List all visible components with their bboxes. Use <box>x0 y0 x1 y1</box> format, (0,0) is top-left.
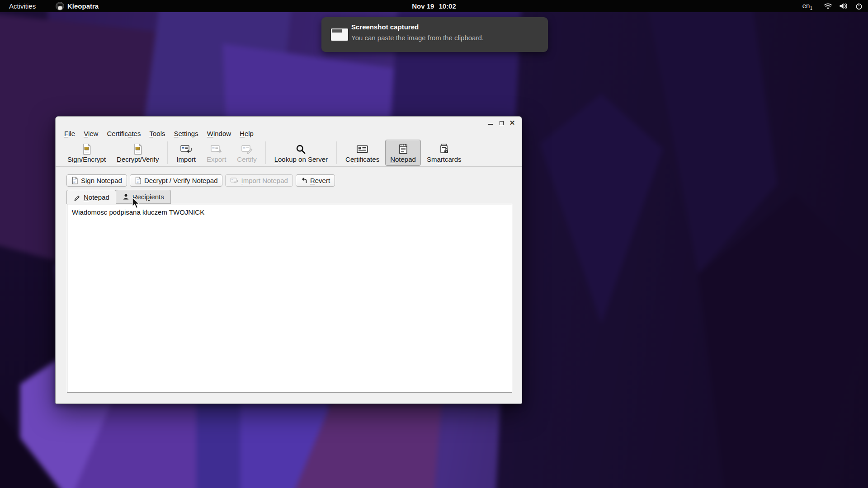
notification-title: Screenshot captured <box>351 23 419 31</box>
menu-file[interactable]: File <box>63 129 76 138</box>
menu-view[interactable]: View <box>83 129 99 138</box>
notepad-actions: Sign Notepad Decrypt / Verify Notepad <box>66 174 335 187</box>
decrypt-verify-notepad-button[interactable]: Decrypt / Verify Notepad <box>130 174 223 187</box>
kleopatra-app-icon <box>56 2 64 10</box>
app-menu-label: Kleopatra <box>67 2 99 10</box>
import-icon <box>230 177 238 184</box>
lookup-on-server-label: Lookup on Server <box>274 156 328 163</box>
export-icon <box>210 143 222 155</box>
clock-button[interactable]: Nov 19 10:02 <box>412 0 456 12</box>
toolbar-import[interactable]: Import <box>171 140 201 166</box>
certificates-label: Certificates <box>345 156 379 163</box>
menu-certificates[interactable]: Certificates <box>106 129 142 138</box>
sign-encrypt-label: Sign/Encrypt <box>67 156 106 163</box>
clock-time: 10:02 <box>439 0 456 12</box>
person-icon <box>123 193 129 200</box>
sign-encrypt-icon <box>81 143 92 155</box>
document-icon <box>71 177 78 184</box>
toolbar-sign-encrypt[interactable]: Sign/Encrypt <box>62 140 111 166</box>
close-button[interactable]: ✕ <box>509 120 515 126</box>
top-bar: Activities Kleopatra Nov 19 10:02 en1 <box>0 0 868 12</box>
activities-button[interactable]: Activities <box>6 0 38 12</box>
revert-button[interactable]: Revert <box>296 174 335 187</box>
menu-tools[interactable]: Tools <box>148 129 166 138</box>
window-controls: ✕ <box>487 119 515 127</box>
tab-notepad-label: Notepad <box>84 193 109 201</box>
certificates-icon <box>356 143 368 155</box>
sign-notepad-label: Sign Notepad <box>81 177 122 184</box>
notepad-tab-bar: Notepad Recipients <box>66 190 171 204</box>
toolbar-certificates[interactable]: Certificates <box>340 140 384 166</box>
decrypt-verify-label: Decrypt/Verify <box>117 156 159 163</box>
notepad-label: Notepad <box>390 156 416 163</box>
document-icon <box>135 177 142 184</box>
import-label: Import <box>176 156 196 163</box>
tab-notepad[interactable]: Notepad <box>66 190 116 204</box>
decrypt-verify-notepad-label: Decrypt / Verify Notepad <box>144 177 218 184</box>
toolbar-certify: Certify <box>232 140 261 166</box>
smartcards-label: Smartcards <box>427 156 462 163</box>
mouse-cursor <box>132 197 142 210</box>
toolbar-notepad[interactable]: Notepad <box>385 140 421 166</box>
import-icon <box>180 143 192 155</box>
wifi-icon[interactable] <box>824 3 832 9</box>
screenshot-thumbnail-icon <box>331 28 348 41</box>
system-status-area[interactable]: en1 <box>802 0 863 12</box>
toolbar-separator <box>336 141 337 164</box>
menu-help[interactable]: Help <box>239 129 255 138</box>
smartcards-icon <box>439 143 449 155</box>
sign-notepad-button[interactable]: Sign Notepad <box>66 174 127 187</box>
decrypt-verify-icon <box>132 143 143 155</box>
clock-date: Nov 19 <box>412 0 434 12</box>
minimize-button[interactable] <box>487 120 494 126</box>
toolbar-export: Export <box>202 140 231 166</box>
power-icon[interactable] <box>855 3 863 10</box>
toolbar-lookup-on-server[interactable]: Lookup on Server <box>269 140 333 166</box>
notepad-textarea[interactable]: Wiadomosc podpisana kluczem TWOJNICK <box>67 204 512 393</box>
volume-icon[interactable] <box>839 3 849 9</box>
import-notepad-label: Import Notepad <box>241 177 288 184</box>
export-label: Export <box>207 156 226 163</box>
main-toolbar: Sign/Encrypt Decrypt/Verify <box>56 139 522 167</box>
screen: Activities Kleopatra Nov 19 10:02 en1 <box>0 0 868 488</box>
certify-label: Certify <box>237 156 256 163</box>
certify-icon <box>241 143 253 155</box>
notification-body: You can paste the image from the clipboa… <box>351 34 484 42</box>
search-icon <box>296 143 306 155</box>
tab-recipients[interactable]: Recipients <box>116 190 171 204</box>
kleopatra-window: ✕ File View Certificates Tools Settings … <box>55 116 522 404</box>
maximize-button[interactable] <box>498 120 505 126</box>
toolbar-decrypt-verify[interactable]: Decrypt/Verify <box>112 140 164 166</box>
notepad-icon <box>398 143 408 155</box>
pencil-icon <box>73 194 80 201</box>
import-notepad-button: Import Notepad <box>225 174 292 187</box>
keyboard-layout-indicator[interactable]: en1 <box>802 2 812 11</box>
notification-banner[interactable]: Screenshot captured You can paste the im… <box>321 17 548 52</box>
toolbar-smartcards[interactable]: Smartcards <box>422 140 467 166</box>
revert-label: Revert <box>310 177 330 184</box>
toolbar-separator <box>167 141 168 164</box>
menu-settings[interactable]: Settings <box>173 129 199 138</box>
menu-window[interactable]: Window <box>206 129 232 138</box>
menu-bar: File View Certificates Tools Settings Wi… <box>63 129 255 138</box>
app-menu-button[interactable]: Kleopatra <box>56 0 99 12</box>
toolbar-separator <box>265 141 266 164</box>
revert-arrow-icon <box>301 177 307 184</box>
